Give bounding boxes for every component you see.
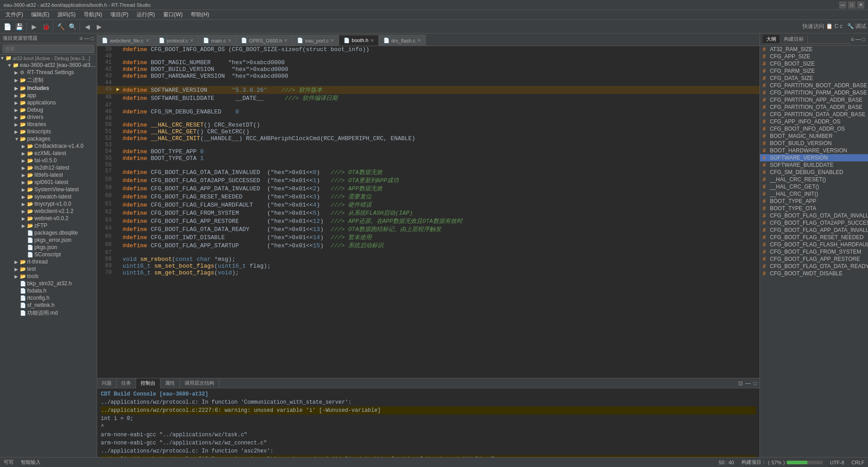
tree-item-eau-3600-at32[interactable]: ▼📁 eau-3600-at32 [eau-3600-at32 dev-d	[0, 61, 97, 69]
right-panel-tab-大纲[interactable]: 大纲	[763, 35, 780, 43]
tree-item-funcdesc[interactable]: 📄 功能说明.md	[0, 309, 97, 317]
bottom-ctrl-icon[interactable]: ⊡	[737, 379, 744, 387]
outline-item[interactable]: #CFG_BOOT_FLAG_APP_RESTORE	[760, 255, 868, 263]
tab-close-icon[interactable]: ✕	[228, 38, 231, 43]
menu-item-R[interactable]: 运行(R)	[133, 10, 159, 19]
tree-item-ezXML[interactable]: ▶📂 ezXML-latest	[0, 150, 97, 157]
tree-item-bkp_stm32_at32.h[interactable]: 📄 bkp_stm32_at32.h	[0, 280, 97, 287]
tree-item-webclient[interactable]: ▶📂 webclient-v2.1.2	[0, 208, 97, 215]
run-button[interactable]: ▶	[28, 21, 39, 32]
tree-item-Debug[interactable]: ▶📂 Debug	[0, 106, 97, 113]
collapse-icon[interactable]: ≡	[80, 35, 83, 42]
tree-item-pkgs.json[interactable]: 📄 pkgs.json	[0, 244, 97, 251]
outline-item[interactable]: #CFG_SM_DEBUG_ENABLED	[760, 169, 868, 176]
outline-item[interactable]: #CFG_BOOT_SIZE	[760, 60, 868, 67]
debug-button[interactable]: 🐞	[40, 21, 51, 32]
tab-eau_port[interactable]: 📄 eau_port.c ✕	[292, 35, 339, 46]
back-button[interactable]: ◀	[82, 21, 93, 32]
bottom-ctrl-icon[interactable]: —	[745, 379, 752, 387]
bottom-tab-属性[interactable]: 属性	[160, 378, 180, 388]
outline-item[interactable]: #CFG_PARTITION_BOOT_ADDR_BASE	[760, 82, 868, 89]
right-minimize-icon[interactable]: —	[855, 36, 861, 42]
close-button[interactable]: ✕	[857, 1, 864, 9]
tab-GPRS_G600[interactable]: 📄 GPRS_G600.h ✕	[236, 35, 292, 46]
outline-item[interactable]: #CFG_BOOT_FLAG_RESET_NEEDED	[760, 234, 868, 241]
tree-item-binary[interactable]: ▶📂 二进制	[0, 76, 97, 85]
tree-item-rtconfig.h[interactable]: 📄 rtconfig.h	[0, 294, 97, 302]
save-button[interactable]: 💾	[14, 21, 24, 32]
menu-item-S[interactable]: 源码(S)	[54, 10, 79, 19]
tree-item-fal[interactable]: ▶📂 fal-v0.5.0	[0, 157, 97, 164]
tree-item-packages[interactable]: ▼📂 packages	[0, 135, 97, 142]
tab-close-icon[interactable]: ✕	[146, 38, 149, 43]
menu-item-E[interactable]: 编辑(E)	[28, 10, 53, 19]
tree-item-includes[interactable]: ▶📂 Includes	[0, 85, 97, 92]
menu-item-N[interactable]: 导航(N)	[80, 10, 106, 19]
outline-item[interactable]: #CFG_BOOT_FLAG_OTA_DATA_INVALUED	[760, 212, 868, 219]
tree-item-tools[interactable]: ▶📂 tools	[0, 273, 97, 280]
outline-item[interactable]: #CFG_BOOT_INFO_ADDR_OS	[760, 125, 868, 132]
outline-item[interactable]: #BOOT_HARDWARE_VERSION	[760, 147, 868, 154]
tree-item-applications[interactable]: ▶📂 applications	[0, 99, 97, 106]
tree-item-littlefs[interactable]: ▶📂 littlefs-latest	[0, 171, 97, 179]
right-collapse-icon[interactable]: ≡	[851, 36, 854, 42]
tree-item-drivers[interactable]: ▶📂 drivers	[0, 113, 97, 121]
tree-item-packages.dbsqlite[interactable]: 📄 packages.dbsqlite	[0, 229, 97, 236]
outline-item[interactable]: #CFG_APP_SIZE	[760, 53, 868, 60]
tree-item-pkgs_error.json[interactable]: 📄 pkgs_error.json	[0, 236, 97, 244]
tree-item-spl0601[interactable]: ▶📂 spl0601-latest	[0, 179, 97, 186]
outline-item[interactable]: #CFG_PARTITION_APP_ADDR_BASE	[760, 96, 868, 104]
outline-item[interactable]: #CFG_PARTITION_DATA_ADDR_BASE	[760, 111, 868, 118]
tree-item-SystemView[interactable]: ▶📂 SystemView-latest	[0, 186, 97, 193]
tree-item-libraries[interactable]: ▶📂 libraries	[0, 121, 97, 128]
tree-item-at32-boot[interactable]: ▼📁 at32-boot [Active - Debug [eau-3...]	[0, 55, 97, 61]
tab-close-icon[interactable]: ✕	[190, 38, 193, 43]
bottom-tab-任务[interactable]: 任务	[117, 378, 136, 388]
tab-protocol[interactable]: 📄 protocol.c ✕	[154, 35, 199, 46]
outline-item[interactable]: #__HAL_CRC_INIT()	[760, 190, 868, 198]
menu-item-F[interactable]: 文件(F)	[2, 10, 27, 19]
search-button[interactable]: 🔍	[67, 21, 78, 32]
outline-item[interactable]: #BOOT_TYPE_APP	[760, 198, 868, 205]
outline-item[interactable]: #CFG_DATA_SIZE	[760, 75, 868, 82]
outline-item[interactable]: #CFG_BOOT_FLAG_OTA_DATA_READY	[760, 263, 868, 270]
tab-webclient_file[interactable]: 📄 webclient_file.c ✕	[97, 35, 154, 46]
outline-item[interactable]: #CFG_BOOT_FLAG_FROM_SYSTEM	[760, 248, 868, 255]
outline-item[interactable]: #SOFTWARE_VERSION	[760, 154, 868, 161]
outline-item[interactable]: #CFG_APP_INFO_ADDR_OS	[760, 118, 868, 125]
tab-booth[interactable]: 📄 booth.h ✕	[339, 35, 379, 46]
outline-item[interactable]: #CFG_BOOT_FLAG_APP_DATA_INVALUED	[760, 226, 868, 234]
tree-item-app[interactable]: ▶📂 app	[0, 92, 97, 99]
outline-item[interactable]: #CFG_BOOT_IWDT_DISABLE	[760, 270, 868, 277]
maximize-panel-icon[interactable]: □	[91, 35, 94, 42]
tree-item-CmBacktrace[interactable]: ▶📂 CmBacktrace-v1.4.0	[0, 142, 97, 150]
tree-item-tinycrypt[interactable]: ▶📂 tinycrypt-v1.0.0	[0, 200, 97, 208]
bottom-ctrl-icon[interactable]: □	[753, 379, 758, 387]
minimize-panel-icon[interactable]: —	[84, 35, 90, 42]
tree-item-fsdata.h[interactable]: 📄 fsdata.h	[0, 287, 97, 294]
tree-item-test[interactable]: ▶📂 test	[0, 265, 97, 273]
outline-item[interactable]: #BOOT_TYPE_OTA	[760, 205, 868, 212]
outline-item[interactable]: #CFG_PARTITION_OTA_ADDR_BASE	[760, 104, 868, 111]
outline-item[interactable]: #CFG_PARM_SIZE	[760, 67, 868, 75]
tree-item-syswatch[interactable]: ▶📂 syswatch-latest	[0, 193, 97, 200]
bottom-tab-问题[interactable]: 问题	[97, 378, 117, 388]
right-maximize-icon[interactable]: □	[862, 36, 865, 42]
menu-item-W[interactable]: 窗口(W)	[160, 10, 186, 19]
outline-item[interactable]: #__HAL_CRC_RESET()	[760, 176, 868, 183]
menu-item-P[interactable]: 项目(P)	[107, 10, 132, 19]
outline-item[interactable]: #SOFTWARE_BUILDDATE	[760, 161, 868, 169]
tab-close-icon[interactable]: ✕	[330, 38, 334, 43]
code-area[interactable]: 39#define CFG_BOOT_INFO_ADDR_OS (CFG_BOO…	[97, 46, 760, 378]
outline-item[interactable]: #CFG_PARTITION_PARM_ADDR_BASE	[760, 89, 868, 96]
outline-item[interactable]: #CFG_BOOT_FLAG_FLASH_HARDFAULT	[760, 241, 868, 248]
outline-item[interactable]: #BOOT_MAGIC_NUMBER	[760, 132, 868, 140]
tree-item-linkscripts[interactable]: ▶📂 linkscripts	[0, 128, 97, 135]
forward-button[interactable]: ▶	[94, 21, 104, 32]
tree-item-webnet[interactable]: ▶📂 webnet-v0.0.2	[0, 215, 97, 222]
tree-item-sf_netlink.h[interactable]: 📄 sf_netlink.h	[0, 302, 97, 309]
outline-item[interactable]: #BOOT_BUILD_VERSION	[760, 140, 868, 147]
tree-item-SConscript[interactable]: 📄 SConscript	[0, 251, 97, 258]
minimize-button[interactable]: —	[839, 1, 846, 9]
tab-drv_flash[interactable]: 📄 drv_flash.c ✕	[379, 35, 426, 46]
